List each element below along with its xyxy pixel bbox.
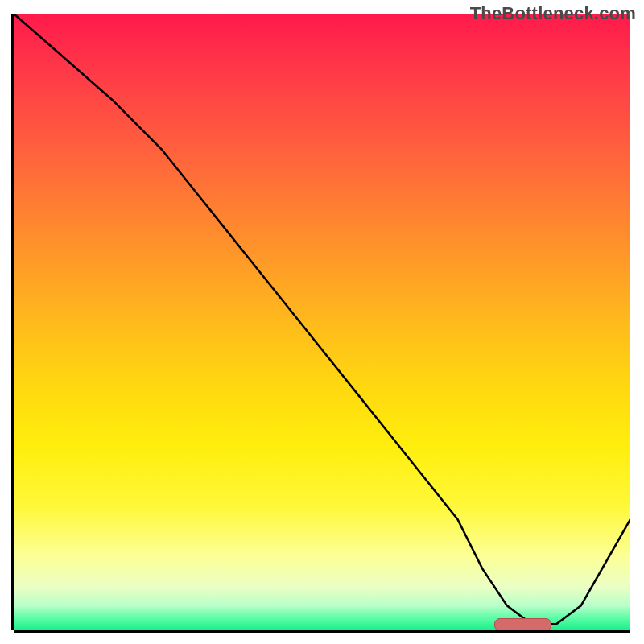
- watermark-text: TheBottleneck.com: [470, 3, 636, 24]
- y-axis: [11, 14, 14, 630]
- bottleneck-curve: [14, 14, 630, 630]
- x-axis: [14, 630, 630, 633]
- plot-area: [14, 14, 630, 630]
- bottleneck-chart: TheBottleneck.com: [0, 0, 644, 644]
- curve-path: [14, 14, 630, 624]
- optimal-range-marker: [494, 618, 551, 631]
